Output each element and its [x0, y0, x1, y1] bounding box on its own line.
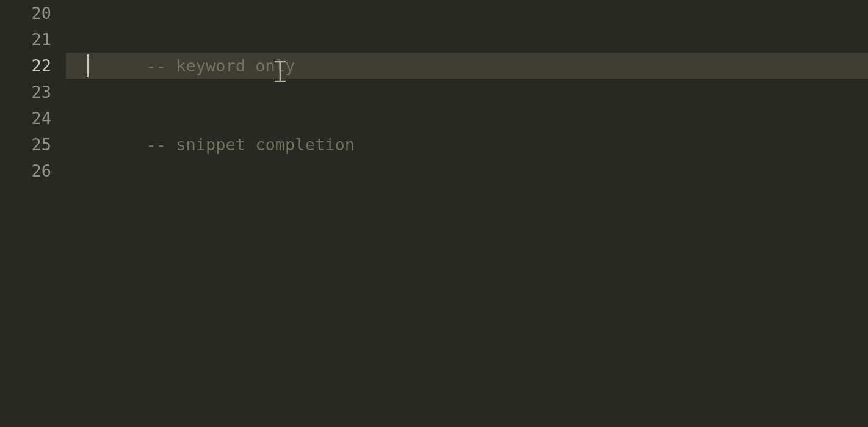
- code-line[interactable]: [87, 79, 868, 105]
- line-number: 23: [0, 79, 66, 105]
- code-line[interactable]: [87, 158, 868, 184]
- code-text: -- snippet completion: [146, 135, 355, 154]
- text-cursor: [87, 54, 89, 77]
- line-number: 20: [0, 0, 66, 26]
- line-number-gutter: 20 21 22 23 24 25 26: [0, 0, 66, 427]
- code-text: -- keyword only: [146, 56, 295, 75]
- line-number: 24: [0, 105, 66, 131]
- line-number: 26: [0, 158, 66, 184]
- code-line[interactable]: -- snippet completion: [87, 105, 868, 131]
- code-line[interactable]: -- keyword only: [87, 26, 868, 53]
- line-number: 25: [0, 131, 66, 158]
- code-editor[interactable]: 20 21 22 23 24 25 26 -- keyword only -- …: [0, 0, 868, 427]
- code-line[interactable]: [87, 0, 868, 26]
- line-number: 21: [0, 26, 66, 53]
- line-number-active: 22: [0, 53, 66, 79]
- code-area[interactable]: -- keyword only -- snippet completion: [66, 0, 868, 427]
